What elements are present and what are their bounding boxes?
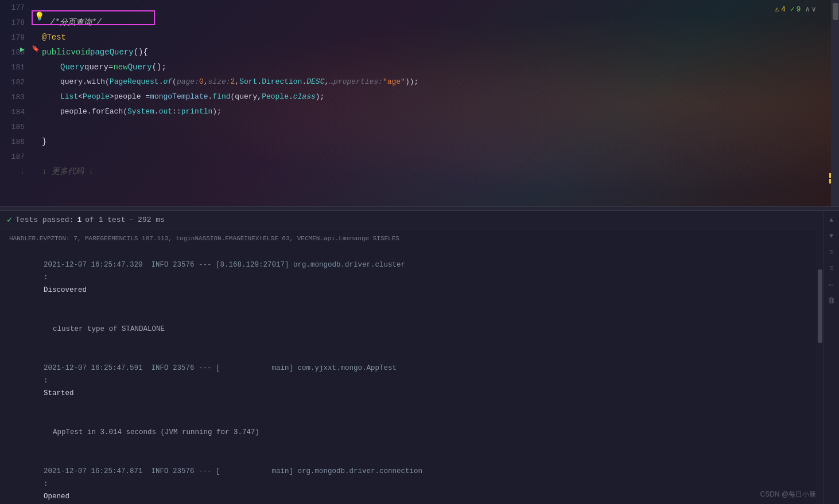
close-pagereq: )); <box>405 75 418 89</box>
code-line-187 <box>32 149 819 164</box>
code-content: 177 178 179 180 181 182 183 184 185 186 … <box>0 0 839 206</box>
console-line-1b: cluster type of STANDALONE <box>0 310 815 349</box>
comma2: , <box>235 75 239 89</box>
arrow-up-icon[interactable]: ∧ <box>805 5 810 14</box>
console-section: ✓ Tests passed: 1 of 1 test – 292 ms ⚙ –… <box>0 211 839 504</box>
log-colon-1: : <box>44 274 52 282</box>
log-timestamp-2: 2021-12-07 16:25:47.591 INFO 23576 --- [… <box>44 364 479 372</box>
close-find: ); <box>316 89 325 104</box>
dot-of: . <box>159 75 164 89</box>
log-status-3: Opened <box>44 493 69 501</box>
kw-void: void <box>71 45 90 60</box>
code-lines-container: /*分页查询*/ @Test public void pageQuery (){… <box>32 0 819 206</box>
code-line-186: } <box>32 134 819 149</box>
val-2: 2 <box>231 75 235 89</box>
line-num-177: 177 <box>0 0 32 15</box>
comma3: , <box>324 75 329 89</box>
class-query2: Query <box>128 60 152 75</box>
close-brace: } <box>42 134 46 149</box>
mongo-template: mongoTemplate <box>150 89 208 104</box>
line-num-181: 181 <box>0 60 32 75</box>
comma1: , <box>204 75 208 89</box>
line-num-187: 187 <box>0 149 32 164</box>
people-class2: People <box>262 89 289 104</box>
warning-icon: ⚠ <box>775 5 779 14</box>
console-line-2b: AppTest in 3.014 seconds (JVM running fo… <box>0 413 815 452</box>
code-editor: ⚠ 4 ✓ 9 ∧ ∨ 177 178 179 180 181 <box>0 0 839 206</box>
scroll-down-button[interactable]: ▼ <box>826 230 837 242</box>
log-colon-3: : <box>44 480 52 488</box>
line-num-182: 182 <box>0 75 32 89</box>
tests-passed-info: ✓ Tests passed: 1 of 1 test – 292 ms <box>7 214 165 225</box>
var-query: query= <box>84 60 113 75</box>
find-args: (query, <box>231 89 262 104</box>
direction-class: Direction <box>262 75 302 89</box>
console-body[interactable]: HANDLER.EVPZTON: 7, MAREGEEMENCILS 187.1… <box>0 229 839 504</box>
log-colon-2: : <box>44 377 52 385</box>
close-foreach: ); <box>212 104 222 119</box>
out-ref: out <box>159 104 172 119</box>
console-scrollbar[interactable] <box>816 211 823 504</box>
console-scrollbar-thumb[interactable] <box>818 269 822 343</box>
gutter-run-icon[interactable]: ▶ <box>20 45 25 54</box>
class-ref: class <box>293 89 316 104</box>
comment-text: /*分页查询*/ <box>50 15 102 30</box>
console-header: ✓ Tests passed: 1 of 1 test – 292 ms ⚙ – <box>0 211 839 229</box>
dot-class: . <box>289 89 293 104</box>
find-method: find <box>212 89 230 104</box>
param-props: properties: <box>333 75 383 89</box>
line-num-186: 186 <box>0 134 32 149</box>
nav-arrows[interactable]: ∧ ∨ <box>805 5 816 14</box>
code-line-183: List < People > people = mongoTemplate .… <box>32 89 819 104</box>
desc-val: DESC <box>306 75 324 89</box>
code-line-177 <box>32 0 819 15</box>
dot-out: . <box>154 104 159 119</box>
code-scrollbar[interactable] <box>831 0 839 206</box>
paren-of: ( <box>172 75 177 89</box>
tests-count: 1 <box>77 216 81 224</box>
var-people: people = <box>114 89 150 104</box>
check-badge: ✓ 9 <box>790 5 801 14</box>
bulb-icon[interactable]: 💡 <box>34 11 44 21</box>
list-type: List <box>60 89 78 104</box>
filter-button[interactable]: ≡ <box>826 263 837 274</box>
of-method: of <box>163 75 172 89</box>
console-line-1: 2021-12-07 16:25:47.320 INFO 23576 --- [… <box>0 245 815 310</box>
console-toolbar: ▲ ▼ ≡ ≡ ▭ 🗑 <box>823 211 839 504</box>
code-line-184: people.forEach( System . out :: println … <box>32 104 819 119</box>
gutter-bookmark-icon: 🔖 <box>32 45 40 52</box>
method-ref: :: <box>172 104 181 119</box>
check-icon: ✓ <box>790 5 795 14</box>
println-ref: println <box>181 104 213 119</box>
scroll-up-button[interactable]: ▲ <box>826 214 837 226</box>
top-indicators: ⚠ 4 ✓ 9 ∧ ∨ <box>775 5 816 14</box>
kw-public: public <box>42 45 71 60</box>
warning-badge: ⚠ 4 <box>775 5 786 14</box>
log-timestamp-3: 2021-12-07 16:25:47.871 INFO 23576 --- [… <box>44 467 479 475</box>
log-status-1: Discovered <box>44 286 87 294</box>
code-line-182: query.with( PageRequest . of ( page: 0 ,… <box>32 75 819 89</box>
people-foreach: people.forEach( <box>60 104 127 119</box>
console-line-overflow: HANDLER.EVPZTON: 7, MAREGEEMENCILS 187.1… <box>0 232 815 245</box>
clear-button[interactable]: 🗑 <box>826 295 837 306</box>
pagerequest: PageRequest <box>110 75 159 89</box>
paren-query: (); <box>152 60 166 75</box>
paren-open: (){ <box>134 45 148 60</box>
tests-time: – 292 ms <box>129 216 164 224</box>
code-line-partial: ↓ 更多代码 ↓ <box>32 164 819 179</box>
system-class: System <box>127 104 154 119</box>
dot-desc: . <box>302 75 306 89</box>
console-check-icon: ✓ <box>7 214 12 225</box>
check-count: 9 <box>797 5 801 14</box>
code-line-180: public void pageQuery (){ <box>32 45 819 60</box>
expand-button[interactable]: ▭ <box>826 279 837 290</box>
code-scrollbar-thumb[interactable] <box>833 3 838 20</box>
query-with: query.with( <box>60 75 110 89</box>
line-num-180: 180 <box>0 45 32 60</box>
arrow-down-icon[interactable]: ∨ <box>811 5 816 14</box>
method-name: pageQuery <box>90 45 134 60</box>
wrap-lines-button[interactable]: ≡ <box>826 247 837 258</box>
console-line-3: 2021-12-07 16:25:47.871 INFO 23576 --- [… <box>0 452 815 504</box>
people-class: People <box>83 89 110 104</box>
code-line-179: @Test <box>32 30 819 45</box>
